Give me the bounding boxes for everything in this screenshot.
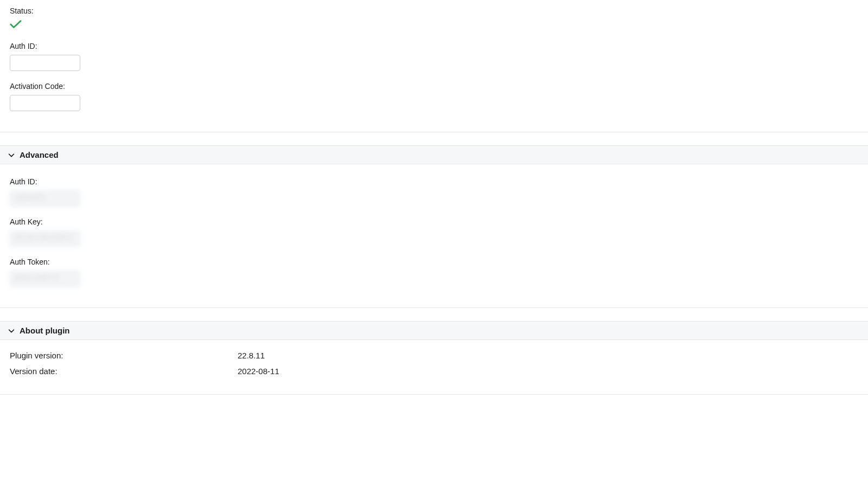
plugin-version-row: Plugin version: 22.8.11 xyxy=(10,348,858,363)
about-section-header[interactable]: About plugin xyxy=(0,321,868,340)
activation-code-label: Activation Code: xyxy=(10,82,858,91)
advanced-auth-id-value: 5d000f70 xyxy=(10,190,80,207)
advanced-section-body: Auth ID: 5d000f70 Auth Key: 001de7d0c0dd… xyxy=(0,164,868,303)
divider xyxy=(0,394,868,395)
advanced-auth-id-field-group: Auth ID: 5d000f70 xyxy=(10,177,858,207)
version-date-row: Version date: 2022-08-11 xyxy=(10,363,858,379)
advanced-section-title: Advanced xyxy=(20,150,59,159)
advanced-auth-key-label: Auth Key: xyxy=(10,217,858,226)
plugin-version-label: Plugin version: xyxy=(10,351,238,360)
chevron-down-icon xyxy=(8,151,15,159)
version-date-label: Version date: xyxy=(10,367,238,376)
status-field-group: Status: xyxy=(10,7,858,31)
advanced-auth-token-label: Auth Token: xyxy=(10,258,858,266)
version-date-value: 2022-08-11 xyxy=(238,367,279,376)
advanced-auth-token-value: d000cd0f070 xyxy=(10,271,80,287)
auth-id-input[interactable] xyxy=(10,55,80,71)
section-gap xyxy=(0,308,868,321)
section-gap xyxy=(0,132,868,145)
activation-code-input[interactable] xyxy=(10,95,80,111)
advanced-section-header[interactable]: Advanced xyxy=(0,145,868,164)
about-section-body: Plugin version: 22.8.11 Version date: 20… xyxy=(0,340,868,390)
advanced-auth-key-value: 001de7d0c0dd70 xyxy=(10,230,80,247)
advanced-auth-key-field-group: Auth Key: 001de7d0c0dd70 xyxy=(10,217,858,247)
auth-id-field-group: Auth ID: xyxy=(10,42,858,71)
status-label: Status: xyxy=(10,7,858,15)
advanced-auth-token-field-group: Auth Token: d000cd0f070 xyxy=(10,258,858,287)
plugin-version-value: 22.8.11 xyxy=(238,351,265,360)
auth-id-label: Auth ID: xyxy=(10,42,858,50)
about-section-title: About plugin xyxy=(20,326,69,335)
check-icon xyxy=(10,20,858,31)
activation-code-field-group: Activation Code: xyxy=(10,82,858,111)
chevron-down-icon xyxy=(8,327,15,335)
advanced-auth-id-label: Auth ID: xyxy=(10,177,858,186)
top-section: Status: Auth ID: Activation Code: xyxy=(0,0,868,127)
